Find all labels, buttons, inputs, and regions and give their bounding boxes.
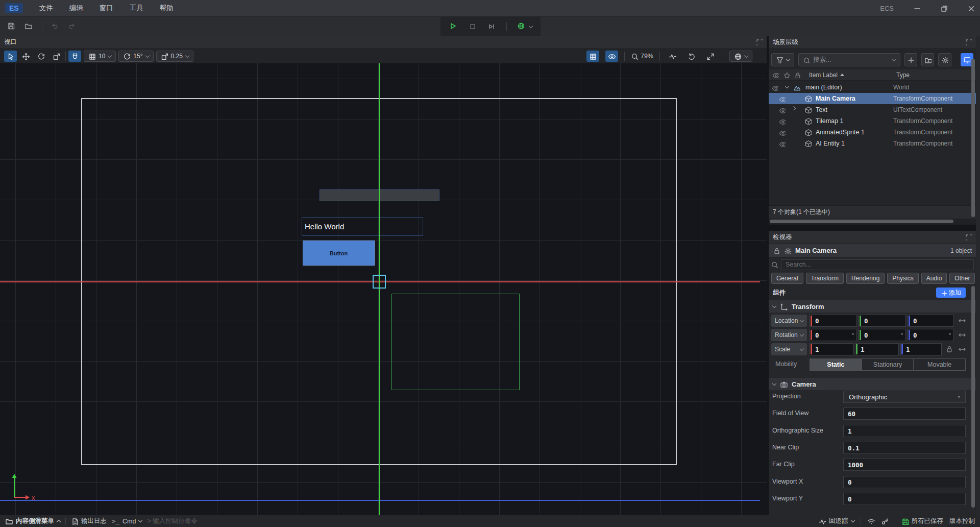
grid-toggle-button[interactable] bbox=[586, 51, 599, 62]
add-folder-button[interactable] bbox=[921, 53, 934, 66]
tab-rendering[interactable]: Rendering bbox=[846, 273, 885, 284]
field-of-view-input[interactable]: 60 bbox=[843, 408, 966, 420]
tab-general[interactable]: General bbox=[771, 273, 803, 284]
inspector-search-input[interactable]: Search... bbox=[781, 259, 974, 270]
minimize-button[interactable] bbox=[913, 5, 921, 12]
step-icon[interactable] bbox=[487, 22, 496, 31]
gear-icon[interactable] bbox=[784, 247, 791, 254]
near-clip-input[interactable]: 0.1 bbox=[843, 442, 966, 454]
viewport-y-input[interactable]: 0 bbox=[843, 493, 966, 505]
move-tool-button[interactable] bbox=[19, 51, 32, 62]
grid-size-dropdown[interactable]: 10 bbox=[84, 51, 116, 62]
eye-icon[interactable] bbox=[779, 95, 786, 102]
scale-y-input[interactable]: 1 bbox=[855, 343, 899, 355]
scale-tool-button[interactable] bbox=[50, 51, 63, 62]
rotation-y-input[interactable]: 0° bbox=[859, 329, 906, 341]
lock-column-icon[interactable] bbox=[794, 71, 800, 78]
hierarchy-search-input[interactable]: 搜索... bbox=[798, 53, 900, 66]
chevron-right-icon[interactable] bbox=[792, 106, 796, 110]
link-arrows-icon[interactable] bbox=[958, 345, 966, 353]
menu-window[interactable]: 窗口 bbox=[91, 4, 121, 13]
eye-column-icon[interactable] bbox=[772, 71, 779, 78]
globe-icon[interactable] bbox=[517, 22, 532, 31]
viewport-x-input[interactable]: 0 bbox=[843, 476, 966, 488]
star-column-icon[interactable] bbox=[783, 71, 790, 78]
add-component-button[interactable]: 添加 bbox=[936, 288, 966, 298]
scale-snap-dropdown[interactable]: 0.25 bbox=[156, 51, 193, 62]
canvas-button[interactable]: Button bbox=[303, 241, 375, 266]
output-log-button[interactable]: 输出日志 bbox=[71, 517, 107, 525]
mobility-movable[interactable]: Movable bbox=[914, 359, 965, 370]
save-icon[interactable] bbox=[7, 22, 16, 31]
tab-audio[interactable]: Audio bbox=[921, 273, 947, 284]
far-clip-input[interactable]: 1000 bbox=[843, 459, 966, 471]
scale-dropdown[interactable]: Scale bbox=[771, 343, 807, 355]
tab-transform[interactable]: Transform bbox=[806, 273, 844, 284]
tree-row-main[interactable]: main (Editor) World bbox=[769, 82, 976, 93]
scene-canvas[interactable]: Hello World Button x bbox=[0, 63, 767, 515]
maximize-button[interactable] bbox=[940, 5, 948, 12]
tree-row-ai-entity[interactable]: AI Entity 1 TransformComponent bbox=[769, 138, 976, 149]
save-status[interactable]: 所有已保存 bbox=[901, 517, 944, 525]
world-globe-dropdown[interactable] bbox=[729, 51, 752, 62]
panel-expand-icon[interactable] bbox=[965, 39, 972, 45]
visibility-toggle-button[interactable] bbox=[605, 51, 618, 62]
mobility-static[interactable]: Static bbox=[810, 359, 862, 370]
lock-icon[interactable] bbox=[945, 345, 952, 352]
scale-x-input[interactable]: 1 bbox=[810, 343, 853, 355]
key-icon[interactable] bbox=[881, 517, 889, 525]
hello-world-text[interactable]: Hello World bbox=[302, 217, 423, 236]
play-icon[interactable] bbox=[449, 22, 458, 32]
network-status-icon[interactable] bbox=[867, 517, 875, 525]
undo-icon[interactable] bbox=[51, 22, 60, 31]
rotation-dropdown[interactable]: Rotation bbox=[771, 329, 807, 341]
rotation-z-input[interactable]: 0° bbox=[908, 329, 954, 341]
eye-icon[interactable] bbox=[779, 140, 786, 147]
folder-open-icon[interactable] bbox=[24, 22, 34, 31]
backtrace-dropdown[interactable]: 回追踪 bbox=[819, 517, 854, 525]
camera-section-header[interactable]: Camera bbox=[769, 378, 976, 390]
reset-view-button[interactable] bbox=[685, 51, 698, 62]
app-logo[interactable]: ES bbox=[5, 3, 23, 13]
menu-help[interactable]: 帮助 bbox=[152, 4, 182, 13]
selection-box[interactable] bbox=[373, 275, 386, 289]
mobility-stationary[interactable]: Stationary bbox=[862, 359, 914, 370]
expand-view-button[interactable] bbox=[704, 51, 717, 62]
tab-physics[interactable]: Physics bbox=[887, 273, 918, 284]
chevron-down-icon[interactable] bbox=[785, 84, 789, 88]
panel-expand-icon[interactable] bbox=[965, 234, 972, 241]
hierarchy-settings-button[interactable] bbox=[938, 53, 951, 66]
column-type[interactable]: Type bbox=[896, 71, 910, 79]
menu-tools[interactable]: 工具 bbox=[121, 4, 152, 13]
vertical-scrollbar[interactable] bbox=[971, 59, 975, 217]
eye-icon[interactable] bbox=[772, 84, 778, 91]
stop-icon[interactable] bbox=[469, 22, 477, 31]
location-dropdown[interactable]: Location bbox=[771, 315, 807, 327]
redo-icon[interactable] bbox=[68, 22, 77, 31]
eye-icon[interactable] bbox=[779, 107, 786, 113]
select-tool-button[interactable] bbox=[4, 51, 17, 62]
scale-z-input[interactable]: 1 bbox=[900, 343, 942, 355]
menu-file[interactable]: 文件 bbox=[31, 4, 61, 13]
lock-icon[interactable] bbox=[773, 247, 780, 254]
add-item-button[interactable] bbox=[904, 53, 917, 66]
rotation-x-input[interactable]: 0° bbox=[810, 329, 857, 341]
column-item-label[interactable]: Item Label bbox=[809, 71, 844, 79]
console-command-input[interactable]: > 输入控制台命令 bbox=[147, 517, 197, 525]
close-button[interactable] bbox=[967, 5, 975, 12]
filter-dropdown[interactable] bbox=[771, 53, 794, 66]
tree-row-main-camera[interactable]: Main Camera TransformComponent bbox=[769, 93, 976, 104]
rotate-snap-dropdown[interactable]: 15° bbox=[118, 51, 153, 62]
link-arrows-icon[interactable] bbox=[958, 317, 966, 324]
link-arrows-icon[interactable] bbox=[958, 331, 966, 339]
rotate-tool-button[interactable] bbox=[35, 51, 47, 62]
tree-row-animatedsprite[interactable]: AnimatedSprite 1 TransformComponent bbox=[769, 127, 976, 138]
eye-icon[interactable] bbox=[779, 118, 786, 125]
projection-select[interactable]: Orthographic▾ bbox=[843, 391, 966, 403]
location-z-input[interactable]: 0 bbox=[908, 315, 954, 327]
cmd-dropdown[interactable]: >_ Cmd bbox=[112, 517, 142, 525]
zoom-level[interactable]: 79% bbox=[631, 53, 653, 60]
location-x-input[interactable]: 0 bbox=[810, 315, 857, 327]
vertical-scrollbar[interactable] bbox=[971, 286, 975, 508]
tab-other[interactable]: Other bbox=[949, 273, 975, 284]
